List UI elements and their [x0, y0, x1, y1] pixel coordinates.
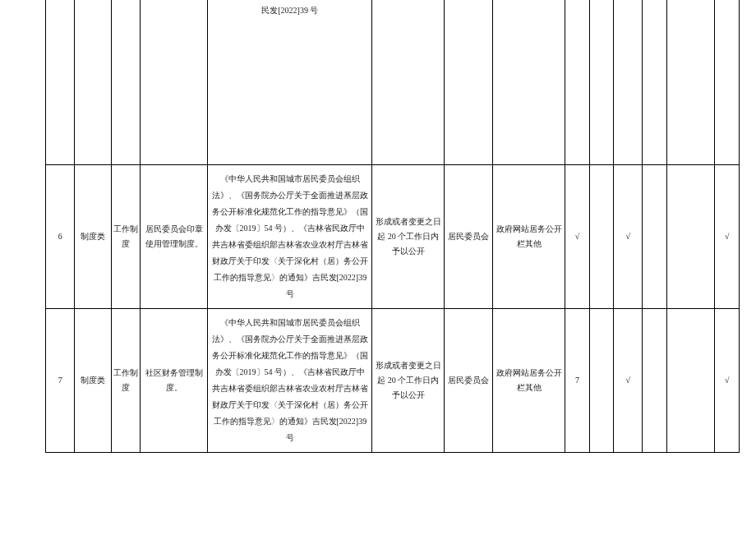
cell-mark-4: [666, 308, 715, 452]
cell-mark-1: [589, 308, 613, 452]
table-row: 7 制度类 工作制度 社区财务管理制度。 《中华人民共和国城市居民委员会组织法》…: [46, 308, 740, 452]
cell-mark-3: [643, 0, 666, 164]
cell-mark-1: [589, 0, 613, 164]
cell-category: [75, 0, 112, 164]
cell-mark-2: √: [614, 308, 643, 452]
table-row: 6 制度类 工作制度 居民委员会印章使用管理制度。 《中华人民共和国城市居民委员…: [46, 164, 740, 308]
cell-index: [46, 0, 75, 164]
cell-subcategory: 工作制度: [111, 308, 140, 452]
cell-timeframe: [372, 0, 445, 164]
cell-subcategory: [111, 0, 140, 164]
cell-timeframe: 形成或者变更之日起 20 个工作日内予以公开: [372, 164, 445, 308]
cell-channel: 政府网站居务公开栏其他: [493, 308, 565, 452]
document-table-container: 民发[2022]39 号 6 制度类 工作制度 居民委员会印章使用管理制度。 《…: [45, 0, 740, 453]
cell-category: 制度类: [75, 164, 112, 308]
cell-mark-0: √: [565, 164, 589, 308]
cell-subject: 居民委员会: [445, 164, 493, 308]
cell-basis: 《中华人民共和国城市居民委员会组织法》、《国务院办公厅关于全面推进基层政务公开标…: [208, 308, 372, 452]
disclosure-table: 民发[2022]39 号 6 制度类 工作制度 居民委员会印章使用管理制度。 《…: [45, 0, 740, 453]
table-row: 民发[2022]39 号: [46, 0, 740, 164]
cell-item-name: 居民委员会印章使用管理制度。: [141, 164, 208, 308]
cell-subject: 居民委员会: [445, 308, 493, 452]
cell-category: 制度类: [75, 308, 112, 452]
cell-mark-0: [565, 0, 589, 164]
cell-mark-3: [643, 164, 666, 308]
cell-channel: [493, 0, 565, 164]
cell-mark-0: 7: [565, 308, 589, 452]
cell-channel: 政府网站居务公开栏其他: [493, 164, 565, 308]
cell-mark-2: √: [614, 164, 643, 308]
cell-basis: 《中华人民共和国城市居民委员会组织法》、《国务院办公厅关于全面推进基层政务公开标…: [208, 164, 372, 308]
cell-mark-5: √: [715, 164, 740, 308]
cell-mark-3: [643, 308, 666, 452]
cell-subject: [445, 0, 493, 164]
cell-mark-4: [666, 164, 715, 308]
cell-timeframe: 形成或者变更之日起 20 个工作日内予以公开: [372, 308, 445, 452]
basis-fragment: 民发[2022]39 号: [261, 6, 318, 15]
cell-mark-5: [715, 0, 740, 164]
cell-mark-4: [666, 0, 715, 164]
cell-mark-5: √: [715, 308, 740, 452]
cell-mark-2: [614, 0, 643, 164]
cell-item-name: [141, 0, 208, 164]
cell-subcategory: 工作制度: [111, 164, 140, 308]
cell-mark-1: [589, 164, 613, 308]
cell-item-name: 社区财务管理制度。: [141, 308, 208, 452]
cell-basis: 民发[2022]39 号: [208, 0, 372, 164]
cell-index: 7: [46, 308, 75, 452]
cell-index: 6: [46, 164, 75, 308]
